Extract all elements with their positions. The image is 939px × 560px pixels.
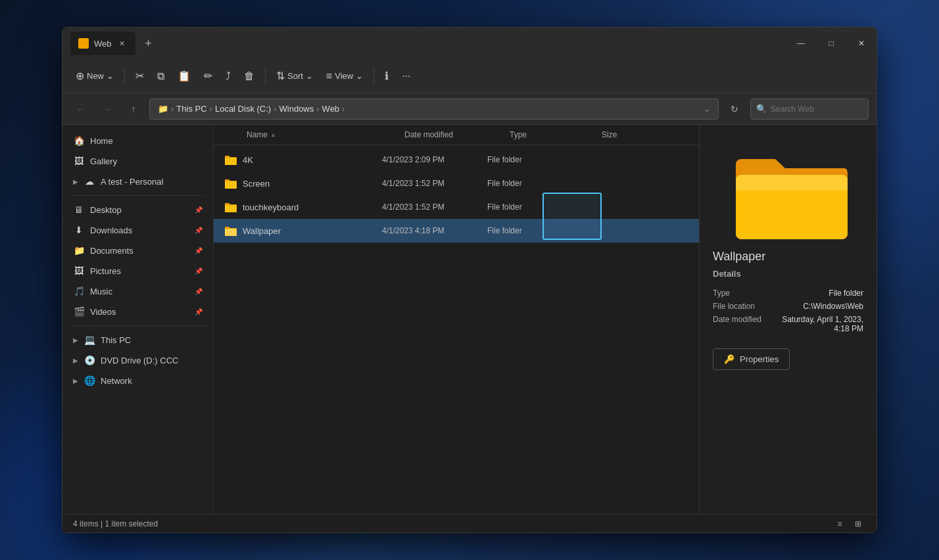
folder-icon-wallpaper <box>224 224 237 237</box>
search-box[interactable]: 🔍 <box>750 99 869 120</box>
preview-icon-area <box>700 125 877 250</box>
breadcrumb-web: Web <box>322 104 340 114</box>
share-button[interactable]: ⤴ <box>220 64 236 88</box>
preview-name: Wallpaper <box>700 250 877 269</box>
tab-web[interactable]: Web ✕ <box>70 32 135 55</box>
back-button[interactable]: ← <box>70 99 91 120</box>
breadcrumb: 📁 › This PC › Local Disk (C:) › Windows … <box>158 104 345 114</box>
sidebar-item-documents[interactable]: 📁 Documents 📌 <box>65 241 210 260</box>
more-button[interactable]: ··· <box>397 64 416 88</box>
preview-panel: Wallpaper Details Type File folder File … <box>699 125 877 514</box>
maximize-button[interactable]: □ <box>816 33 846 54</box>
documents-icon: 📁 <box>73 245 85 256</box>
status-bar: 4 items | 1 item selected ≡ ⊞ <box>62 514 877 532</box>
address-dropdown-icon[interactable]: ⌄ <box>704 105 710 114</box>
column-header-name[interactable]: Name ▲ <box>241 128 399 142</box>
sidebar-label-home: Home <box>90 136 113 146</box>
sidebar-item-downloads[interactable]: ⬇ Downloads 📌 <box>65 220 210 240</box>
address-input[interactable]: 📁 › This PC › Local Disk (C:) › Windows … <box>149 99 719 120</box>
rename-button[interactable]: ✏ <box>199 64 218 88</box>
column-header-size[interactable]: Size <box>596 128 649 142</box>
preview-detail-date: Date modified Saturday, April 1, 2023, 4… <box>700 313 877 335</box>
preview-date-key: Date modified <box>713 315 761 333</box>
cut-button[interactable]: ✂ <box>130 64 149 88</box>
sidebar-item-music[interactable]: 🎵 Music 📌 <box>65 281 210 301</box>
up-button[interactable]: ↑ <box>123 99 144 120</box>
sort-arrow-name: ▲ <box>270 131 276 138</box>
preview-folder-icon <box>736 145 841 237</box>
sidebar-item-dvd[interactable]: ▶ 💿 DVD Drive (D:) CCC <box>65 350 210 370</box>
pin-icon-videos: 📌 <box>195 308 203 315</box>
preview-type-key: Type <box>713 289 730 298</box>
address-bar: ← → ↑ 📁 › This PC › Local Disk (C:) › Wi… <box>62 93 877 125</box>
sidebar-item-desktop[interactable]: 🖥 Desktop 📌 <box>65 200 210 220</box>
tab-folder-icon <box>78 38 89 49</box>
file-type-wallpaper: File folder <box>487 226 579 235</box>
sidebar-item-thispc[interactable]: ▶ 💻 This PC <box>65 330 210 350</box>
search-input[interactable] <box>771 105 869 114</box>
new-button[interactable]: ⊕ New ⌄ <box>70 64 119 88</box>
home-icon: 🏠 <box>73 135 85 147</box>
sidebar-divider-2 <box>70 325 205 326</box>
dvd-expand-icon: ▶ <box>73 357 78 364</box>
sidebar-item-network[interactable]: ▶ 🌐 Network <box>65 371 210 390</box>
view-button[interactable]: ≡ View ⌄ <box>321 64 368 88</box>
table-row[interactable]: touchkeyboard 4/1/2023 1:52 PM File fold… <box>214 195 699 219</box>
table-row[interactable]: Wallpaper 4/1/2023 4:18 PM File folder <box>214 219 699 243</box>
items-count: 4 items <box>73 519 99 528</box>
cut-icon: ✂ <box>135 70 144 82</box>
list-view-button[interactable]: ≡ <box>832 517 848 530</box>
preview-detail-type: Type File folder <box>700 287 877 300</box>
sort-label: Sort <box>287 71 303 81</box>
file-date-screen: 4/1/2023 1:52 PM <box>382 179 487 188</box>
column-header-date[interactable]: Date modified <box>399 128 504 142</box>
new-tab-button[interactable]: + <box>138 33 159 54</box>
file-date-wallpaper: 4/1/2023 4:18 PM <box>382 226 487 235</box>
tab-title: Web <box>94 39 112 49</box>
refresh-button[interactable]: ↻ <box>724 99 745 120</box>
breadcrumb-localdisk: Local Disk (C:) <box>215 104 271 114</box>
delete-button[interactable]: 🗑 <box>239 64 260 88</box>
videos-icon: 🎬 <box>73 306 85 317</box>
properties-button[interactable]: 🔑 Properties <box>713 348 790 370</box>
paste-button[interactable]: 📋 <box>172 64 196 88</box>
preview-location-key: File location <box>713 302 755 311</box>
file-name-4k: 4K <box>243 155 382 165</box>
sidebar-item-videos[interactable]: 🎬 Videos 📌 <box>65 302 210 321</box>
pin-icon-documents: 📌 <box>195 247 203 254</box>
file-explorer-window: Web ✕ + — □ ✕ ⊕ New ⌄ ✂ ⧉ 📋 ✏ <box>62 27 877 533</box>
music-icon: 🎵 <box>73 285 85 297</box>
properties-icon: 🔑 <box>724 354 734 364</box>
view-toggle: ≡ ⊞ <box>832 517 866 530</box>
table-row[interactable]: Screen 4/1/2023 1:52 PM File folder <box>214 172 699 195</box>
file-header: Name ▲ Date modified Type Size <box>214 125 699 145</box>
new-label: New <box>87 71 104 81</box>
sidebar-item-pictures[interactable]: 🖼 Pictures 📌 <box>65 261 210 281</box>
copy-button[interactable]: ⧉ <box>152 64 170 88</box>
status-info: 4 items | 1 item selected <box>73 519 158 528</box>
sidebar-item-atest[interactable]: ▶ ☁ A test - Personal <box>65 172 210 191</box>
sidebar-item-gallery[interactable]: 🖼 Gallery <box>65 151 210 171</box>
dvd-icon: 💿 <box>84 354 95 366</box>
details-view-button[interactable]: ⊞ <box>850 517 866 530</box>
sort-button[interactable]: ⇅ Sort ⌄ <box>271 64 318 88</box>
close-button[interactable]: ✕ <box>846 33 877 54</box>
gallery-icon: 🖼 <box>73 155 85 167</box>
sidebar-item-home[interactable]: 🏠 Home <box>65 131 210 151</box>
pin-icon-music: 📌 <box>195 288 203 295</box>
window-controls: — □ ✕ <box>786 33 877 54</box>
sidebar-label-thispc: This PC <box>101 335 131 345</box>
file-date-4k: 4/1/2023 2:09 PM <box>382 155 487 164</box>
sidebar-label-network: Network <box>101 376 132 386</box>
new-icon: ⊕ <box>76 70 84 82</box>
tab-close-button[interactable]: ✕ <box>117 38 128 49</box>
sidebar-label-atest: A test - Personal <box>101 177 163 187</box>
new-chevron: ⌄ <box>107 71 114 81</box>
details-button[interactable]: ℹ <box>379 64 394 88</box>
breadcrumb-thispc-label: This PC <box>176 104 206 114</box>
minimize-button[interactable]: — <box>786 33 816 54</box>
table-row[interactable]: 4K 4/1/2023 2:09 PM File folder <box>214 148 699 172</box>
forward-button[interactable]: → <box>97 99 118 120</box>
tab-area: Web ✕ + <box>70 28 786 59</box>
column-header-type[interactable]: Type <box>504 128 596 142</box>
